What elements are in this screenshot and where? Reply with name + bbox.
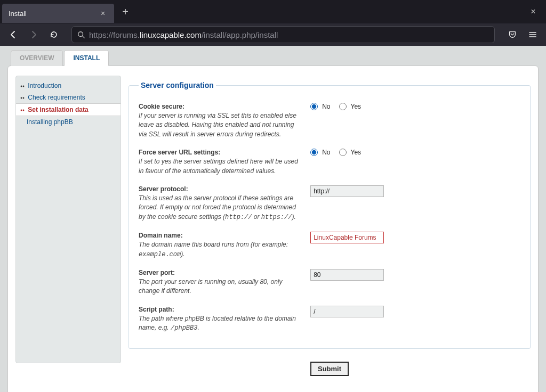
pocket-icon xyxy=(508,30,517,39)
menu-button[interactable] xyxy=(524,26,542,44)
input-domain[interactable] xyxy=(310,232,384,243)
radio-cookie-secure-yes[interactable] xyxy=(339,103,347,110)
content-area: Server configuration Cookie secure: If y… xyxy=(129,76,531,376)
svg-point-8 xyxy=(23,97,25,99)
url-prefix: https://forums. xyxy=(89,30,140,39)
tab-overview[interactable]: OVERVIEW xyxy=(11,50,63,66)
forward-button xyxy=(25,26,43,44)
svg-point-9 xyxy=(21,110,22,111)
field-script-path: Script path: The path where phpBB is loc… xyxy=(139,301,520,338)
browser-toolbar: https://forums.linuxcapable.com/install/… xyxy=(0,23,546,46)
radio-force-server-yes[interactable] xyxy=(339,149,347,156)
bullet-icon xyxy=(20,84,25,88)
sidebar-link[interactable]: Check requirements xyxy=(28,94,85,101)
page-tabs: OVERVIEW INSTALL xyxy=(7,50,539,66)
sidebar-link: Set installation data xyxy=(28,106,88,113)
field-force-server: Force server URL settings: If set to yes… xyxy=(139,144,520,181)
input-script-path[interactable] xyxy=(310,306,384,317)
radio-label-no: No xyxy=(322,149,330,156)
server-configuration-fieldset: Server configuration Cookie secure: If y… xyxy=(129,81,531,349)
field-protocol: Server protocol: This is used as the ser… xyxy=(139,181,520,227)
page: OVERVIEW INSTALL Introduction Check requ… xyxy=(0,46,546,392)
field-port: Server port: The port your server is run… xyxy=(139,264,520,301)
radio-label-yes: Yes xyxy=(351,149,362,156)
main-panel: Introduction Check requirements Set inst… xyxy=(7,66,539,392)
sidebar-item-installing-phpbb[interactable]: Installing phpBB xyxy=(16,116,121,128)
label-protocol: Server protocol: xyxy=(139,185,188,193)
desc-port: The port your server is running on, usua… xyxy=(139,277,302,296)
input-protocol[interactable] xyxy=(310,185,384,197)
label-force-server: Force server URL settings: xyxy=(139,149,220,156)
desc-protocol: This is used as the server protocol if t… xyxy=(139,194,302,222)
arrow-left-icon xyxy=(9,30,18,39)
arrow-right-icon xyxy=(29,30,38,39)
url-bar[interactable]: https://forums.linuxcapable.com/install/… xyxy=(71,26,495,43)
bullet-icon xyxy=(20,96,25,100)
radio-force-server-no[interactable] xyxy=(310,149,318,156)
sidebar-item-introduction[interactable]: Introduction xyxy=(16,80,121,92)
desc-cookie-secure: If your server is running via SSL set th… xyxy=(139,111,302,139)
reload-icon xyxy=(50,30,58,39)
sidebar-item-check-requirements[interactable]: Check requirements xyxy=(16,92,121,103)
reload-button[interactable] xyxy=(45,26,63,44)
sidebar-link[interactable]: Introduction xyxy=(28,82,61,89)
label-cookie-secure: Cookie secure: xyxy=(139,103,184,110)
fieldset-legend: Server configuration xyxy=(139,81,216,89)
label-port: Server port: xyxy=(139,269,175,276)
bullet-icon xyxy=(20,108,25,112)
url-suffix: /install/app.php/install xyxy=(202,30,278,39)
back-button[interactable] xyxy=(4,26,22,44)
svg-point-10 xyxy=(23,110,25,111)
radio-label-yes: Yes xyxy=(351,103,362,110)
sidebar-link[interactable]: Installing phpBB xyxy=(27,118,73,126)
field-cookie-secure: Cookie secure: If your server is running… xyxy=(139,98,520,144)
url-domain: linuxcapable.com xyxy=(140,30,202,39)
radio-cookie-secure-no[interactable] xyxy=(310,103,318,110)
radio-label-no: No xyxy=(322,103,330,110)
input-port[interactable] xyxy=(310,269,384,281)
label-domain: Domain name: xyxy=(139,232,183,239)
hamburger-icon xyxy=(528,30,537,39)
svg-point-6 xyxy=(23,86,25,87)
install-sidebar: Introduction Check requirements Set inst… xyxy=(15,76,121,363)
tab-title: Install xyxy=(9,10,27,18)
window-close-icon[interactable]: × xyxy=(523,2,544,21)
field-domain: Domain name: The domain name this board … xyxy=(139,227,520,264)
desc-script-path: The path where phpBB is located relative… xyxy=(139,314,302,333)
new-tab-button[interactable]: + xyxy=(117,4,133,20)
submit-row: Submit xyxy=(129,362,531,376)
sidebar-item-set-installation-data[interactable]: Set installation data xyxy=(16,103,121,116)
svg-point-5 xyxy=(21,86,22,87)
pocket-button[interactable] xyxy=(503,26,521,44)
desc-force-server: If set to yes the server settings define… xyxy=(139,157,302,176)
tab-install[interactable]: INSTALL xyxy=(64,50,109,66)
browser-tab-strip: Install × + × xyxy=(0,0,546,23)
search-icon xyxy=(77,31,85,38)
label-script-path: Script path: xyxy=(139,306,174,313)
close-icon[interactable]: × xyxy=(98,9,108,18)
svg-line-1 xyxy=(83,36,85,38)
desc-domain: The domain name this board runs from (fo… xyxy=(139,240,302,259)
svg-point-7 xyxy=(21,97,22,99)
submit-button[interactable]: Submit xyxy=(310,362,349,376)
browser-tab[interactable]: Install × xyxy=(2,4,114,23)
